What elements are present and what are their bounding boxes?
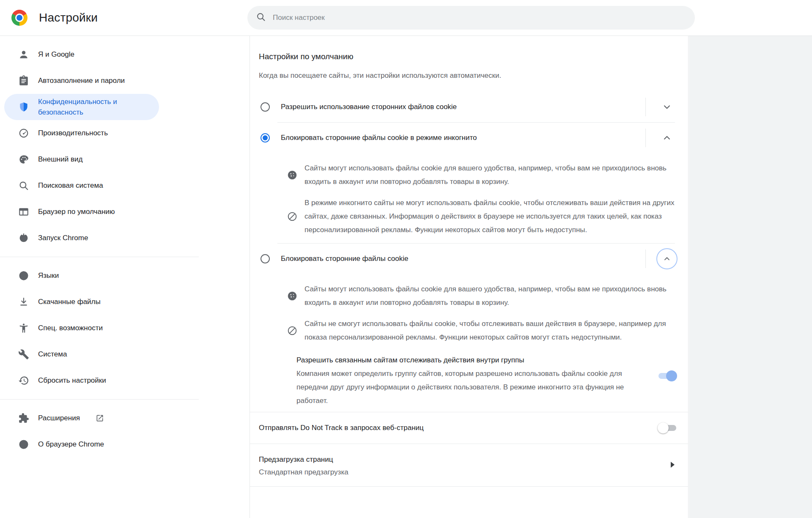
clipboard-icon [18,75,29,86]
speedometer-icon [18,128,29,139]
download-icon [18,296,29,307]
search-input[interactable] [273,14,686,22]
sidebar-item-downloads[interactable]: Скачанные файлы [4,289,159,315]
do-not-track-label: Отправлять Do Not Track в запросах веб-с… [259,424,658,432]
cookies-settings-card: Настройки по умолчанию Когда вы посещает… [250,36,689,518]
sidebar-item-label: Расширения [38,414,80,422]
sidebar-item-label: Браузер по умолчанию [38,208,115,216]
cookie-blocked-row: В режиме инкогнито сайты не могут исполь… [287,196,680,237]
sidebar-item-label: Конфиденциальность и безопасность [38,96,130,118]
browser-icon [18,206,29,217]
cookie-benefit-text: Сайты могут использовать файлы cookie дл… [304,282,680,310]
page-background [689,36,812,518]
shield-icon [18,101,29,112]
related-sites-title: Разрешить связанным сайтам отслеживать д… [296,354,646,367]
chrome-logo-icon [11,10,27,26]
sidebar-item-search-engine[interactable]: Поисковая система [4,173,159,199]
blocked-icon [287,325,298,336]
chrome-outline-icon [18,439,29,450]
sidebar-item-label: Внешний вид [38,155,82,164]
section-title: Настройки по умолчанию [250,36,688,61]
power-icon [18,233,29,244]
related-sites-description: Компания может определить группу сайтов,… [296,367,646,408]
app-header: Настройки [0,0,812,36]
arrow-right-icon [671,462,675,468]
option-block-third-party-cookies[interactable]: Блокировать сторонние файлы cookie [250,244,688,274]
sidebar-item-system[interactable]: Система [4,341,159,367]
sidebar-item-appearance[interactable]: Внешний вид [4,146,159,173]
settings-sidebar: Я и Google Автозаполнение и пароли Конфи… [0,36,199,463]
sidebar-item-performance[interactable]: Производительность [4,120,159,146]
sidebar-item-extensions[interactable]: Расширения [4,405,159,431]
cookie-benefit-row: Сайты могут использовать файлы cookie дл… [287,282,680,310]
option-label: Блокировать сторонние файлы cookie [281,255,409,263]
settings-search-bar[interactable] [247,6,695,30]
sidebar-item-label: Автозаполнение и пароли [38,77,125,85]
do-not-track-toggle-off[interactable] [658,422,676,433]
sidebar-item-label: Сбросить настройки [38,376,106,385]
open-in-new-icon [96,414,104,422]
option-allow-third-party-cookies[interactable]: Разрешить использование сторонних файлов… [250,92,688,122]
sidebar-item-languages[interactable]: Языки [4,263,159,289]
radio-unchecked[interactable] [261,254,270,263]
related-sites-setting: Разрешить связанным сайтам отслеживать д… [250,354,688,412]
do-not-track-row[interactable]: Отправлять Do Not Track в запросах веб-с… [250,412,688,444]
history-icon [18,375,29,386]
related-sites-toggle-on[interactable] [658,370,676,381]
sidebar-item-label: Система [38,350,67,359]
option-block-third-party-incognito[interactable]: Блокировать сторонние файлы cookie в реж… [250,123,688,153]
sidebar-item-on-startup[interactable]: Запуск Chrome [4,225,159,251]
expand-button[interactable] [646,101,688,112]
cookie-blocked-row: Сайты не смогут использовать файлы cooki… [287,317,680,344]
cookie-blocked-text: В режиме инкогнито сайты не могут исполь… [304,196,680,237]
sidebar-item-reset-settings[interactable]: Сбросить настройки [4,367,159,394]
wrench-icon [18,349,29,360]
globe-icon [18,270,29,281]
chevron-up-icon [661,132,672,143]
page-title: Настройки [39,11,98,25]
chevron-up-icon [662,254,672,263]
sidebar-item-label: Языки [38,271,59,280]
blocked-icon [287,211,298,222]
palette-icon [18,154,29,165]
person-icon [18,49,29,60]
option-label: Разрешить использование сторонних файлов… [281,103,457,111]
sidebar-item-you-and-google[interactable]: Я и Google [4,41,159,68]
cookie-benefit-row: Сайты могут использовать файлы cookie дл… [287,162,680,189]
section-description: Когда вы посещаете сайты, эти настройки … [250,61,688,80]
preload-pages-value: Стандартная предзагрузка [259,466,676,479]
preload-pages-row[interactable]: Предзагрузка страниц Стандартная предзаг… [250,444,688,486]
sidebar-item-label: Скачанные файлы [38,298,101,306]
cookie-blocked-text: Сайты не смогут использовать файлы cooki… [304,317,680,344]
collapse-button-focused[interactable] [656,248,678,269]
sidebar-item-label: Я и Google [38,50,74,59]
sidebar-group-main: Я и Google Автозаполнение и пароли Конфи… [0,36,199,257]
option-label: Блокировать сторонние файлы cookie в реж… [281,134,477,142]
sidebar-group-footer: Расширения О браузере Chrome [0,400,199,463]
sidebar-item-label: Поисковая система [38,181,103,190]
sidebar-item-label: Спец. возможности [38,324,103,332]
cookie-icon [287,291,298,301]
cookie-benefit-text: Сайты могут использовать файлы cookie дл… [304,162,680,189]
radio-unchecked[interactable] [261,102,270,112]
radio-checked[interactable] [261,133,270,143]
sidebar-item-privacy-security[interactable]: Конфиденциальность и безопасность [4,94,159,120]
sidebar-group-secondary: Языки Скачанные файлы Спец. возможности … [0,257,199,399]
preload-pages-title: Предзагрузка страниц [259,453,676,466]
search-icon [256,12,266,24]
option-details: Сайты могут использовать файлы cookie дл… [250,274,688,344]
sidebar-item-label: Производительность [38,129,108,137]
sidebar-item-label: Запуск Chrome [38,234,88,242]
search-icon [18,180,29,191]
sidebar-item-accessibility[interactable]: Спец. возможности [4,315,159,341]
brand: Настройки [11,0,98,36]
section-divider [250,486,688,487]
accessibility-icon [18,323,29,334]
sidebar-item-about-chrome[interactable]: О браузере Chrome [4,431,159,458]
sidebar-item-default-browser[interactable]: Браузер по умолчанию [4,199,159,225]
chevron-down-icon [661,101,672,112]
collapse-button[interactable] [646,132,688,143]
option-details: Сайты могут использовать файлы cookie дл… [250,153,688,243]
sidebar-item-autofill[interactable]: Автозаполнение и пароли [4,68,159,94]
cookie-icon [287,170,298,181]
